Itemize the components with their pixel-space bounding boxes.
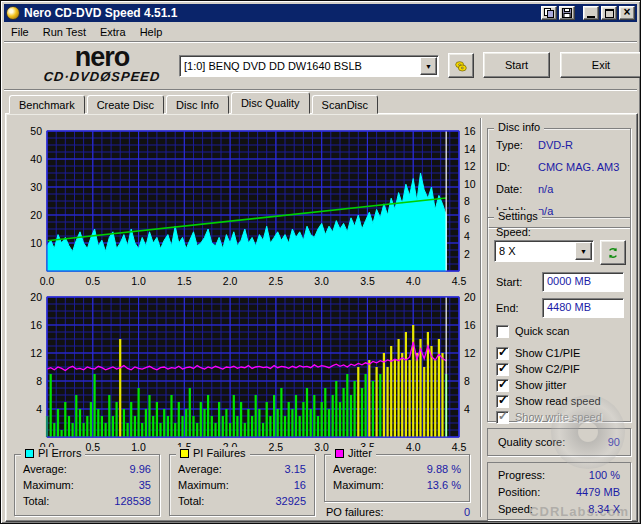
progress-label: Progress:: [498, 469, 545, 483]
speed-select[interactable]: 8 X ▼: [494, 240, 594, 262]
pi-failures-statbox: PI Failures Average:3.15 Maximum:16 Tota…: [169, 454, 315, 516]
maximize-button[interactable]: [601, 6, 617, 20]
pif-maximum-label: Maximum:: [178, 479, 229, 493]
jitter-maximum-value: 13.6 %: [427, 479, 461, 493]
tab-disc-quality[interactable]: Disc Quality: [231, 92, 310, 114]
quick-scan-checkbox-box[interactable]: ✓: [496, 325, 509, 338]
checkbox-show-jitter[interactable]: ✓ Show jitter: [496, 378, 566, 392]
close-button[interactable]: ×: [619, 6, 635, 20]
pie-maximum-value: 35: [139, 479, 151, 493]
show-read-speed-checkbox-box[interactable]: ✓: [496, 395, 509, 408]
refresh-button[interactable]: [600, 240, 626, 265]
checkbox-quick-scan[interactable]: ✓ Quick scan: [496, 324, 569, 338]
title-bar[interactable]: Nero CD-DVD Speed 4.51.1 ×: [4, 4, 637, 22]
titlebar-copy-button[interactable]: [541, 6, 557, 20]
svg-text:2: 2: [464, 248, 470, 260]
svg-text:1.0: 1.0: [131, 441, 146, 453]
eject-button[interactable]: [448, 53, 474, 78]
settings-title: Settings: [498, 210, 538, 222]
svg-text:1.0: 1.0: [131, 275, 146, 287]
drive-select[interactable]: [1:0] BENQ DVD DD DW1640 BSLB ▼: [179, 55, 439, 77]
pie-total-value: 128538: [114, 495, 151, 509]
checkbox-show-write-speed: ✓ Show write speed: [496, 410, 602, 424]
minimize-icon: [587, 16, 595, 18]
speed-select-value: 8 X: [495, 245, 574, 257]
toolbar-divider: [4, 89, 637, 91]
copy-icon: [544, 8, 554, 18]
drive-select-value: [1:0] BENQ DVD DD DW1640 BSLB: [180, 60, 419, 72]
jitter-average-label: Average:: [333, 463, 377, 477]
pif-total-value: 32925: [275, 495, 306, 509]
speed-label: Speed:: [496, 226, 531, 238]
panel-divider: [480, 118, 482, 517]
svg-text:4: 4: [36, 403, 42, 415]
pie-average-value: 9.96: [130, 463, 151, 477]
jitter-legend-swatch: [335, 449, 344, 458]
show-c1-pie-checkbox-box[interactable]: ✓: [496, 347, 509, 360]
disc-info-title: Disc info: [498, 121, 540, 133]
svg-text:20: 20: [464, 291, 476, 303]
svg-text:6: 6: [464, 213, 470, 225]
disc-id-label: ID:: [496, 161, 538, 175]
end-field[interactable]: 4480 MB: [542, 298, 624, 318]
svg-text:8: 8: [464, 375, 470, 387]
exit-button[interactable]: Exit: [560, 52, 641, 78]
tab-scandisc[interactable]: ScanDisc: [312, 95, 378, 114]
show-c2-pif-checkbox-box[interactable]: ✓: [496, 363, 509, 376]
checkbox-show-c2-pif[interactable]: ✓ Show C2/PIF: [496, 362, 580, 376]
tab-create-disc[interactable]: Create Disc: [87, 95, 164, 114]
tab-benchmark[interactable]: Benchmark: [9, 95, 85, 114]
quality-score-box: Quality score: 90: [487, 428, 631, 456]
minimize-button[interactable]: [583, 6, 599, 20]
svg-text:2.0: 2.0: [223, 275, 238, 287]
toolbar: nero CD·DVDØSPEED [1:0] BENQ DVD DD DW16…: [4, 44, 637, 89]
settings-group: Settings Speed: 8 X ▼ Start: 0000 MB E: [487, 217, 631, 422]
show-read-speed-label: Show read speed: [515, 395, 601, 407]
pi-errors-title: PI Errors: [38, 447, 81, 459]
pi-errors-statbox: PI Errors Average:9.96 Maximum:35 Total:…: [14, 454, 160, 516]
close-icon: ×: [623, 6, 630, 18]
show-write-speed-label: Show write speed: [515, 411, 602, 423]
save-icon: [562, 8, 572, 18]
svg-text:30: 30: [30, 181, 42, 193]
svg-text:4: 4: [464, 230, 470, 242]
svg-text:4.5: 4.5: [452, 275, 467, 287]
menu-help[interactable]: Help: [133, 24, 170, 40]
svg-text:0.5: 0.5: [85, 441, 100, 453]
svg-text:4.0: 4.0: [406, 441, 421, 453]
show-jitter-checkbox-box[interactable]: ✓: [496, 379, 509, 392]
show-c1-pie-label: Show C1/PIE: [515, 347, 580, 359]
app-icon: [6, 6, 20, 20]
check-icon: ✓: [498, 361, 508, 375]
checkbox-show-c1-pie[interactable]: ✓ Show C1/PIE: [496, 346, 580, 360]
nero-logo: nero CD·DVDØSPEED: [22, 46, 182, 84]
check-icon: ✓: [498, 345, 508, 359]
nero-logo-text: nero: [22, 46, 182, 68]
show-c2-pif-label: Show C2/PIF: [515, 363, 580, 375]
pif-total-label: Total:: [178, 495, 204, 509]
pif-maximum-value: 16: [294, 479, 306, 493]
menu-file[interactable]: File: [4, 24, 36, 40]
checkbox-show-read-speed[interactable]: ✓ Show read speed: [496, 394, 601, 408]
menu-extra[interactable]: Extra: [93, 24, 133, 40]
start-button[interactable]: Start: [483, 52, 550, 78]
speed-chevron-down-icon[interactable]: ▼: [575, 242, 592, 260]
disc-type-value: DVD-R: [538, 139, 573, 153]
menu-run-test[interactable]: Run Test: [36, 24, 93, 40]
tab-disc-info[interactable]: Disc Info: [166, 95, 229, 114]
jitter-average-value: 9.88 %: [427, 463, 461, 477]
check-icon: ✓: [498, 377, 508, 391]
start-field-label: Start:: [496, 276, 522, 288]
pie-maximum-label: Maximum:: [23, 479, 74, 493]
refresh-icon: [607, 246, 619, 260]
titlebar-save-button[interactable]: [559, 6, 575, 20]
position-value: 4479 MB: [576, 486, 620, 500]
svg-text:0.5: 0.5: [85, 275, 100, 287]
disc-type-label: Type:: [496, 139, 538, 153]
chevron-down-icon[interactable]: ▼: [420, 57, 437, 75]
svg-text:14: 14: [464, 143, 476, 155]
jitter-statbox: Jitter Average:9.88 % Maximum:13.6 %: [324, 454, 470, 502]
start-field[interactable]: 0000 MB: [542, 272, 624, 292]
svg-text:2.5: 2.5: [269, 441, 284, 453]
svg-text:20: 20: [30, 209, 42, 221]
